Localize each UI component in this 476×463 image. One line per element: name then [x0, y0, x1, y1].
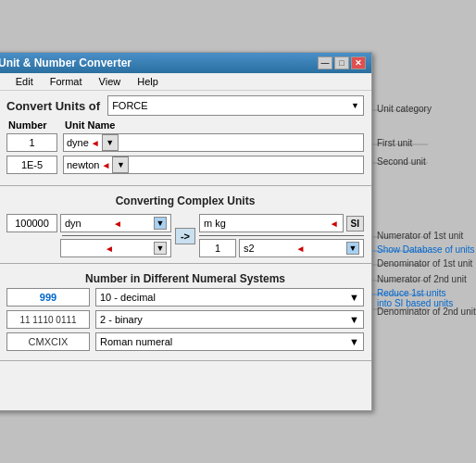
menu-file[interactable]: File: [0, 75, 3, 88]
complex-left-number[interactable]: [6, 214, 57, 232]
annotation-show-database: Show Database of units: [377, 244, 475, 255]
complex-right-top-row: m kg ◄ SI: [199, 214, 364, 232]
complex-left-top-arrow-icon: ◄: [113, 219, 122, 229]
numeral-value-1[interactable]: [6, 310, 90, 329]
annotations-panel: Unit category First unit Second unit Num…: [372, 52, 476, 411]
complex-left-top-row: dyn ◄ ▼: [6, 214, 171, 232]
numeral-type-2[interactable]: Roman numeral ▼: [95, 332, 364, 351]
unit-row1-number[interactable]: [6, 133, 57, 152]
numeral-type-label-2: Roman numeral: [100, 336, 172, 347]
content-area: Convert Units of FORCE ▼ Number Unit Nam…: [0, 91, 371, 410]
convert-arrow-button[interactable]: ->: [175, 228, 195, 244]
complex-divider-line: [62, 235, 171, 236]
unit-row1-dropdown-btn[interactable]: ▼: [102, 134, 119, 151]
annotation-second-unit: Second unit: [377, 156, 426, 167]
menu-bar: File Edit Format View Help: [0, 73, 371, 91]
annotation-unit-category: Unit category: [377, 104, 432, 114]
annotation-numerator-1st: Numerator of 1st unit: [377, 231, 463, 241]
numeral-type-1[interactable]: 2 - binary ▼: [95, 310, 364, 329]
numeral-row-1: 2 - binary ▼: [6, 310, 364, 329]
title-bar: U Unit & Number Converter — □ ✕: [0, 53, 371, 73]
complex-right-bottom-unit: s2 ◄ ▼: [239, 239, 364, 257]
numeral-type-0[interactable]: 10 - decimal ▼: [95, 288, 364, 307]
unit-category-value: FORCE: [112, 100, 148, 111]
annotation-reduce-1st: Reduce 1st unitsinto SI based units: [377, 288, 453, 308]
close-button[interactable]: ✕: [351, 56, 366, 69]
complex-left-top-db-btn[interactable]: ▼: [154, 217, 167, 230]
complex-right-top-unit-text: m kg: [204, 218, 226, 229]
numeral-type-dropdown-icon-1: ▼: [349, 314, 359, 325]
unit-row2-name-field: newton ◄ ▼: [63, 156, 364, 174]
complex-right-bottom-row: s2 ◄ ▼: [199, 239, 364, 257]
complex-right-number[interactable]: [199, 239, 236, 257]
unit-category-arrow-icon: ▼: [351, 101, 359, 110]
menu-view[interactable]: View: [95, 75, 125, 88]
unit-row1-unit-name: dyne: [67, 137, 89, 148]
numeral-type-dropdown-icon-0: ▼: [349, 292, 359, 303]
complex-right-bottom-arrow-icon: ◄: [295, 244, 305, 254]
complex-left-top-unit-text: dyn: [65, 218, 81, 229]
numeral-section-title: Number in Different Numeral Systems: [6, 268, 364, 288]
si-button[interactable]: SI: [346, 216, 364, 232]
main-area: SIMPLE UNITS CONVERTER COMPLEX UNITS CON…: [0, 91, 371, 410]
numeral-type-dropdown-icon-2: ▼: [349, 336, 359, 347]
menu-edit[interactable]: Edit: [12, 75, 37, 88]
window-title: Unit & Number Converter: [0, 56, 132, 69]
annotation-first-unit: First unit: [377, 138, 412, 148]
simple-section: Convert Units of FORCE ▼ Number Unit Nam…: [0, 91, 371, 186]
complex-right-bottom-unit-text: s2: [244, 243, 255, 254]
numeral-section: Number in Different Numeral Systems 10 -…: [0, 264, 371, 361]
unit-row1-name-field: dyne ◄ ▼: [63, 133, 364, 152]
unit-row2-unit-name: newton: [67, 159, 99, 170]
simple-section-title: Convert Units of: [6, 94, 100, 116]
numeral-value-0[interactable]: [6, 288, 90, 307]
complex-left-bottom-unit: ◄ ▼: [60, 239, 171, 257]
complex-section-title: Converting Complex Units: [6, 190, 364, 210]
complex-left-bottom-db-btn[interactable]: ▼: [154, 242, 167, 255]
complex-left-bottom-row: ◄ ▼: [6, 239, 171, 257]
numeral-row-2: Roman numeral ▼: [6, 332, 364, 351]
complex-middle: ->: [175, 214, 195, 257]
complex-right: m kg ◄ SI s2 ◄ ▼: [199, 214, 364, 257]
minimize-button[interactable]: —: [318, 56, 332, 69]
unit-row2-dropdown-btn[interactable]: ▼: [112, 156, 129, 173]
column-headers: Number Unit Name: [6, 119, 364, 131]
complex-grid: dyn ◄ ▼ ◄ ▼: [6, 214, 364, 257]
numeral-type-label-0: 10 - decimal: [100, 292, 156, 303]
complex-left-bottom-arrow-icon: ◄: [105, 244, 114, 254]
unit-row2-arrow-icon: ◄: [101, 160, 110, 170]
annotation-denominator-1st: Denominator of 1st unit: [377, 258, 472, 269]
maximize-button[interactable]: □: [334, 56, 349, 69]
numeral-value-2[interactable]: [6, 332, 90, 351]
complex-left: dyn ◄ ▼ ◄ ▼: [6, 214, 171, 257]
complex-right-top-arrow-icon: ◄: [330, 219, 339, 229]
numeral-row-0: 10 - decimal ▼: [6, 288, 364, 307]
unit-row-1: dyne ◄ ▼: [6, 133, 364, 152]
complex-right-top-unit: m kg ◄: [199, 214, 344, 232]
complex-right-bottom-db-btn[interactable]: ▼: [346, 242, 359, 255]
unit-row2-number[interactable]: [6, 156, 57, 174]
col-header-number: Number: [8, 119, 59, 131]
complex-left-top-unit: dyn ◄ ▼: [60, 214, 171, 232]
complex-right-divider: [199, 235, 364, 236]
annotation-denominator-2nd: Denominator of 2nd unit: [377, 307, 476, 317]
unit-row-2: newton ◄ ▼: [6, 156, 364, 174]
unit-row1-arrow-icon: ◄: [91, 138, 100, 148]
unit-category-select[interactable]: FORCE ▼: [107, 95, 364, 116]
complex-section: Converting Complex Units dyn ◄ ▼: [0, 186, 371, 264]
numeral-type-label-1: 2 - binary: [100, 314, 143, 325]
window-controls[interactable]: — □ ✕: [318, 56, 366, 69]
col-header-unit: Unit Name: [65, 119, 364, 131]
menu-help[interactable]: Help: [133, 75, 162, 88]
annotation-numerator-2nd: Numerator of 2nd unit: [377, 274, 467, 284]
menu-format[interactable]: Format: [46, 75, 86, 88]
